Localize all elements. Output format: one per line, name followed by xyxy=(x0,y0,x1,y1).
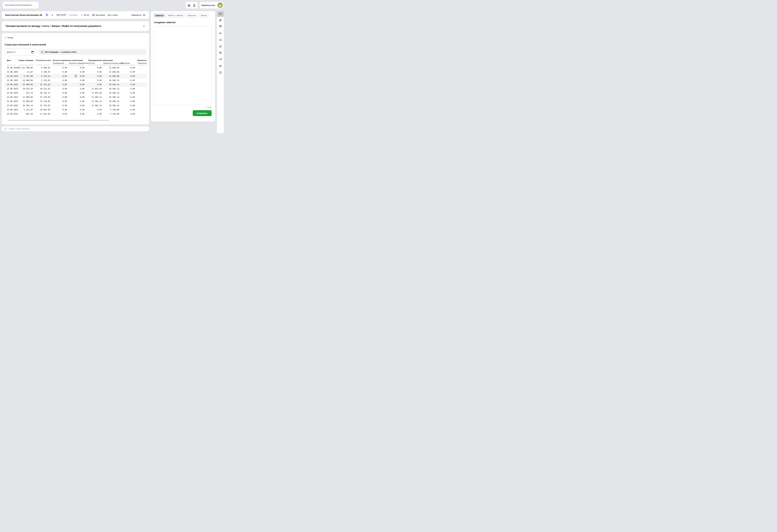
char-counter: 0 / 5000 xyxy=(206,106,212,108)
cell-amount: -23 000,00 xyxy=(22,83,33,87)
segment-badge: Массовый xyxy=(92,14,105,16)
finish-button[interactable]: Завершить xyxy=(131,14,146,16)
chat-icon[interactable] xyxy=(219,65,222,68)
horizontal-scrollbar[interactable] xyxy=(8,120,109,121)
cell-partially-protected: 0,00 xyxy=(80,91,84,95)
cell-amount: -531,70 xyxy=(25,91,33,95)
table-row[interactable]: 25.06.2025 -531,70 56 745.13 0,00 0,00 1… xyxy=(4,91,147,95)
chevron-left-icon xyxy=(4,37,6,38)
cell-daily-income: 36 585,14 xyxy=(109,95,119,99)
case-pill-label: Обработка кей... xyxy=(201,4,217,6)
col-header-protected: Защищённые xyxy=(53,62,64,64)
list-icon[interactable] xyxy=(217,11,224,17)
profile-label: Основная xyxy=(69,14,78,16)
cell-partially-protected: 0,00 xyxy=(80,83,84,87)
home-icon[interactable] xyxy=(187,4,191,7)
table-row[interactable]: 25.06.2025 -687,10 21 823,56 0,00 0,00 0… xyxy=(4,112,147,116)
cell-date: 25.06.2025 xyxy=(7,83,18,87)
cell-date: 25.06.2025 xyxy=(7,78,18,83)
paperclip-icon[interactable] xyxy=(219,19,222,22)
note-textarea[interactable] xyxy=(154,26,212,105)
cell-balance: 6 294,87 xyxy=(41,70,50,74)
calendar-icon[interactable] xyxy=(31,50,34,54)
table-row[interactable]: 25.06.2025 36 585,14 57 276,83 0,00 0,00… xyxy=(4,104,147,108)
check-circle-icon[interactable] xyxy=(219,71,222,74)
process-bar[interactable]: Типовая выписка по вкладу / счету • Запр… xyxy=(2,21,149,31)
cell-balance: 20 691,69 xyxy=(40,108,50,112)
table-row[interactable]: 25.06.2025 -1 131,87 20 691,69 0,00 0,00… xyxy=(4,108,147,112)
cell-partially-protected: 0,00 xyxy=(80,74,84,78)
save-button[interactable]: Сохранить xyxy=(193,110,212,116)
cell-periodic-balance: 13 585,14 xyxy=(92,95,102,99)
gauge-icon[interactable] xyxy=(219,45,222,48)
tab-case-work[interactable]: Работа с кейсом xyxy=(166,13,185,18)
cell-partially-protected: 0,00 xyxy=(80,95,84,99)
cell-balance: 56 745.13 xyxy=(40,91,50,95)
cell-daily-income: 32 869,98 xyxy=(109,74,119,78)
table-row[interactable]: 25.06.2025 -23 000,00 32 276,83 0,00 0,0… xyxy=(4,99,147,104)
gift-icon[interactable] xyxy=(45,13,48,16)
col-header-periodic-balance: Остаток xyxy=(88,62,95,64)
col-header-periodic: Периодические начисления xyxy=(88,60,113,61)
cell-partially-protected: 0,00 xyxy=(80,112,84,116)
tab-note[interactable]: Заметка xyxy=(153,13,165,18)
cell-periodic-balance: 0,00 xyxy=(97,83,102,87)
cell-protected: 0,00 xyxy=(63,104,67,108)
table-row[interactable]: 25.06.2025 -2 167,00 6 316,54 0,00 0,00 … xyxy=(4,74,147,78)
cell-date: 25.06.2025 xyxy=(7,87,18,91)
chevron-down-icon[interactable] xyxy=(142,25,145,27)
table-row[interactable]: 25.06.2025 -99 222 200,00 5 094,87 0,00 … xyxy=(4,66,147,70)
cell-withholding: 0,00 xyxy=(130,66,135,70)
speaker-icon[interactable] xyxy=(219,32,222,35)
info-banner: Все операции — в валюте счёта. xyxy=(38,49,146,55)
cell-amount: -1 131,87 xyxy=(23,108,33,112)
cell-balance: 5 094,87 xyxy=(41,66,50,70)
cell-date: 25.06.2025 xyxy=(7,95,18,99)
top-actions xyxy=(186,2,198,9)
col-header-social: Остаток социальных начислений xyxy=(53,60,83,61)
assistant-placeholder: Нажми, чтобы спросить xyxy=(9,128,30,130)
org-chart-icon[interactable] xyxy=(219,58,222,61)
cell-daily-income: 5 220,00 xyxy=(110,108,119,112)
table-row[interactable]: 25.06.2025 23 000,00 57 276,83 0,00 0,00… xyxy=(4,95,147,99)
person-icon xyxy=(81,14,83,16)
cell-daily-income: 32 869,98 xyxy=(109,66,119,70)
cell-balance: 57 276,83 xyxy=(40,104,50,108)
cell-periodic-balance: 0,00 xyxy=(97,108,102,112)
cell-date: 25.06.2025 xyxy=(7,70,18,74)
tab-topic[interactable]: Тематика xyxy=(186,13,198,18)
table-row[interactable]: 25.06.2025 -21,67 6 294,87 0,00 0,00 0,0… xyxy=(4,70,147,74)
cell-periodic-balance: 13 585,14 xyxy=(92,104,102,108)
table-row[interactable]: 25.06.2025 -18 422,50 38 322,63 0,00 0,0… xyxy=(4,87,147,91)
more-info-link[interactable]: Доп. инфа xyxy=(108,14,118,16)
cell-protected: 0,00 xyxy=(63,74,67,78)
lightning-icon[interactable] xyxy=(51,14,54,16)
cell-partially-protected: 0,00 xyxy=(80,70,84,74)
cell-withholding: 0,00 xyxy=(130,104,135,108)
tab-call[interactable]: Звонок xyxy=(199,13,209,18)
cell-date: 25.06.2025 xyxy=(7,91,18,95)
date-input[interactable] xyxy=(6,51,30,53)
cell-balance: 38 322,63 xyxy=(40,87,50,91)
cell-partially-protected: 0,00 xyxy=(80,66,84,70)
cell-protected: 0,00 xyxy=(63,91,67,95)
case-pill[interactable]: Обработка кей... xyxy=(200,2,223,9)
client-session-tab[interactable]: Константин Константинович К. xyxy=(2,1,39,9)
cell-partially-protected: 0,00 xyxy=(80,104,84,108)
user-icon[interactable] xyxy=(193,4,196,7)
cell-periodic-balance: 13 053,44 xyxy=(92,91,102,95)
cell-balance: 5 322,63 xyxy=(41,78,50,83)
info-lines-icon[interactable] xyxy=(219,51,222,54)
channel-label[interactable]: Веб СБОЛ xyxy=(57,14,66,16)
assistant-bar[interactable]: Нажми, чтобы спросить xyxy=(2,126,149,131)
cell-amount: -99 222 200,00 xyxy=(17,66,33,70)
cell-withholding: 0,00 xyxy=(130,99,135,104)
script-note-icon[interactable] xyxy=(219,25,222,28)
table-row[interactable]: 25.06.2025 -10 000,00 5 322,63 0,00 0,00… xyxy=(4,78,147,83)
wallet-icon[interactable] xyxy=(219,38,222,41)
date-field[interactable] xyxy=(4,49,36,55)
table-row[interactable]: 25.06.2025 -23 000,00 15 322,63 0,00 0,0… xyxy=(4,83,147,87)
back-button[interactable]: Назад xyxy=(4,36,13,39)
col-header-living-wage: Прожиточнь xyxy=(137,60,147,61)
col-header-accumulation: Накопление xyxy=(138,62,147,64)
